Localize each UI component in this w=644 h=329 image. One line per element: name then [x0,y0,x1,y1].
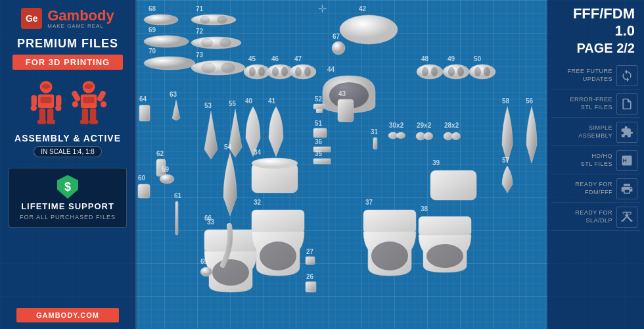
svg-point-33 [219,38,231,47]
part-70 [143,55,196,71]
svg-point-13 [84,84,93,89]
svg-point-77 [252,158,298,168]
svg-point-44 [295,67,302,76]
feature-simple-assembly: SIMPLEASSEMBLY [551,119,640,146]
svg-point-41 [272,67,279,76]
part-52 [313,103,326,115]
svg-rect-4 [32,95,37,106]
part-71 [191,13,237,26]
feature-fdm-fff-label: READY FORFDM/FFF [575,181,612,196]
svg-point-39 [258,67,265,76]
svg-point-55 [469,64,495,79]
svg-point-43 [290,64,316,79]
svg-point-70 [444,132,453,140]
svg-point-42 [281,67,288,76]
svg-point-83 [371,241,408,270]
part-29x2 [415,132,434,141]
svg-rect-84 [419,216,471,236]
printer2-icon [620,211,633,224]
svg-point-68 [416,132,425,140]
part-31 [372,136,379,151]
part-label-30x2: 30x2 [389,122,403,129]
svg-point-51 [431,67,438,76]
part-label-65: 65 [200,258,208,265]
part-label-36: 36 [315,138,322,145]
svg-rect-5 [56,95,61,106]
svg-rect-60 [316,109,323,113]
logo-tagline: MAKE GAME REAL [47,23,114,29]
part-28x2 [443,132,461,141]
part-63 [171,99,181,122]
lifetime-support-box: $ LIFETIME SUPPORT FOR ALL PURCHASED FIL… [9,168,127,228]
part-label-42: 42 [359,5,366,13]
part-label-55: 55 [229,100,236,107]
svg-point-57 [484,67,490,76]
part-47 [289,63,317,80]
part-48 [416,63,444,80]
svg-rect-82 [363,210,416,233]
svg-point-66 [388,132,398,139]
part-56 [522,105,541,164]
part-69 [143,34,189,49]
part-65 [200,266,213,278]
part-label-56: 56 [526,97,533,105]
svg-rect-73 [138,184,150,198]
part-label-48: 48 [421,55,428,63]
part-label-63: 63 [170,91,177,98]
part-26 [305,281,317,293]
part-label-67: 67 [333,33,340,40]
robot-assembled [28,80,64,129]
part-59 [159,174,175,184]
svg-rect-63 [313,159,331,164]
main-content: 68 69 70 71 72 [137,0,547,329]
lifetime-title: LIFETIME SUPPORT [21,201,114,211]
svg-point-29 [200,16,210,24]
assembly-label: ASSEMBLY & ACTIVE [14,133,121,143]
refresh-icon [620,69,633,82]
part-label-45: 45 [248,55,256,63]
svg-point-25 [144,14,178,25]
part-label-70: 70 [149,47,156,55]
svg-point-34 [191,61,245,75]
svg-rect-59 [313,104,325,109]
part-30x2 [388,132,406,139]
printer-icon [620,182,633,195]
svg-rect-21 [90,109,96,121]
svg-point-28 [191,14,236,25]
part-50 [469,63,496,80]
feature-sla-dlp-label: READY FORSLA/DLP [575,209,612,224]
shield-icon: $ [57,175,78,199]
svg-point-1 [41,84,50,89]
svg-rect-20 [82,109,88,121]
part-27 [305,256,315,265]
parts-canvas: 68 69 70 71 72 [137,0,547,329]
scale-badge: IN SCALE 1:4, 1:8 [34,146,102,157]
part-label-40: 40 [245,97,252,105]
svg-point-18 [72,101,78,107]
part-label-72: 72 [196,28,203,35]
premium-files-label: PREMIUM FILES [17,37,118,51]
part-label-35: 35 [315,150,322,157]
svg-point-27 [144,57,195,70]
shield-container: $ [57,175,78,199]
svg-rect-10 [37,120,46,124]
feature-hd-stl: HD/HQSTL FILES [551,147,640,174]
part-42 [339,13,398,46]
feature-fdm-fff: READY FORFDM/FFF [551,176,640,203]
robot-active [71,80,107,129]
svg-rect-58 [139,105,150,121]
svg-point-38 [249,67,256,76]
feature-error-free-label: ERROR-FREESTL FILES [570,96,612,111]
part-57 [498,164,517,194]
svg-point-19 [101,101,106,107]
svg-rect-86 [430,170,476,200]
part-label-32: 32 [254,199,261,206]
hd-icon-box [616,150,637,171]
svg-rect-65 [373,138,377,149]
robot-preview [28,76,107,129]
svg-point-30 [217,16,227,24]
part-53 [201,110,221,163]
svg-point-31 [191,37,241,49]
svg-point-7 [55,105,61,111]
feature-hd-stl-label: HD/HQSTL FILES [581,153,612,168]
